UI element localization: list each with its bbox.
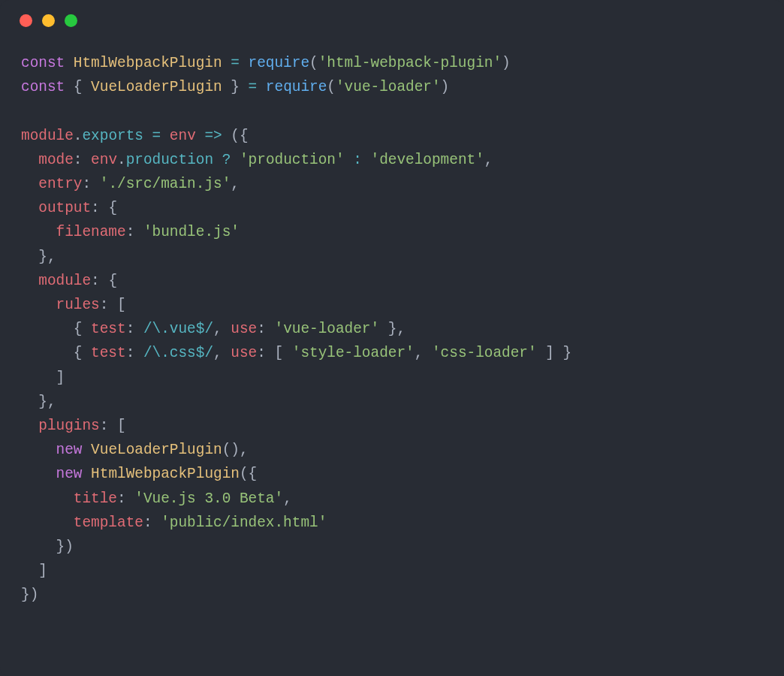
code-token: ): [502, 55, 511, 71]
code-line: { test: /\.vue$/, use: 'vue-loader' },: [21, 321, 406, 337]
code-token: =: [249, 79, 258, 95]
code-token: [21, 515, 74, 531]
code-token: [345, 152, 354, 168]
code-line: }): [21, 539, 74, 555]
code-token: 'html-webpack-plugin': [318, 55, 502, 71]
code-token: : [: [100, 297, 126, 313]
code-token: env: [91, 152, 117, 168]
code-token: : {: [91, 200, 117, 216]
code-token: ] }: [537, 345, 572, 361]
code-token: (: [327, 79, 336, 95]
code-token: :: [126, 224, 143, 240]
code-token: filename: [56, 224, 126, 240]
code-line: new VueLoaderPlugin(),: [21, 442, 249, 458]
code-token: :: [257, 321, 274, 337]
code-token: [21, 224, 56, 240]
code-token: ): [441, 79, 450, 95]
code-token: .: [117, 152, 126, 168]
close-icon[interactable]: [20, 14, 32, 27]
code-token: ,: [213, 321, 231, 337]
code-token: env: [170, 128, 196, 144]
code-token: ,: [231, 176, 240, 192]
code-token: HtmlWebpackPlugin: [91, 466, 240, 482]
code-token: {: [21, 345, 91, 361]
code-token: 'development': [371, 152, 484, 168]
code-line: output: {: [21, 200, 117, 216]
code-token: use: [231, 321, 257, 337]
code-token: :: [353, 152, 362, 168]
code-token: output: [38, 200, 91, 216]
code-token: use: [231, 345, 257, 361]
code-token: ({: [240, 466, 257, 482]
code-line: },: [21, 249, 56, 265]
code-token: : [: [100, 418, 126, 434]
code-token: [231, 152, 240, 168]
code-token: const: [21, 79, 65, 95]
code-token: template: [74, 515, 143, 531]
code-line: mode: env.production ? 'production' : 'd…: [21, 152, 493, 168]
code-token: {: [21, 321, 91, 337]
code-token: 'css-loader': [432, 345, 537, 361]
code-token: 'Vue.js 3.0 Beta': [134, 490, 283, 507]
code-token: ,: [213, 345, 231, 361]
code-line: ]: [21, 563, 47, 579]
code-token: }): [21, 539, 74, 555]
code-token: .: [74, 128, 83, 144]
code-line: template: 'public/index.html': [21, 515, 327, 531]
code-token: /\.vue$/: [143, 321, 213, 337]
code-token: }: [222, 79, 249, 95]
code-token: ?: [222, 152, 231, 168]
code-token: module: [38, 273, 91, 289]
code-token: ,: [415, 345, 432, 361]
code-token: './src/main.js': [100, 176, 231, 192]
code-token: :: [82, 176, 99, 192]
terminal-window: const HtmlWebpackPlugin = require('html-…: [0, 0, 784, 676]
code-token: mode: [38, 152, 74, 168]
code-token: [21, 200, 38, 216]
code-token: VueLoaderPlugin: [91, 79, 222, 95]
code-token: require: [266, 79, 327, 95]
code-line: const HtmlWebpackPlugin = require('html-…: [21, 55, 511, 71]
code-line: ]: [21, 370, 65, 386]
code-line: module.exports = env => ({: [21, 128, 249, 144]
code-token: 'public/index.html': [161, 515, 327, 531]
code-token: const: [21, 55, 65, 71]
code-token: {: [74, 79, 91, 95]
code-token: 'style-loader': [292, 345, 415, 361]
code-token: /\.css$/: [143, 345, 213, 361]
minimize-icon[interactable]: [42, 14, 55, 27]
code-line: module: {: [21, 273, 117, 289]
code-token: ,: [283, 490, 292, 507]
code-token: require: [249, 55, 309, 71]
code-token: [161, 128, 170, 144]
zoom-icon[interactable]: [65, 14, 77, 27]
code-token: :: [74, 152, 91, 168]
code-token: [21, 466, 56, 482]
code-token: test: [91, 321, 126, 337]
code-token: new: [56, 466, 83, 482]
code-token: :: [143, 515, 161, 531]
code-token: [257, 79, 266, 95]
code-line: title: 'Vue.js 3.0 Beta',: [21, 490, 292, 507]
code-token: },: [21, 249, 56, 265]
code-token: 'production': [240, 152, 345, 168]
code-token: [21, 418, 38, 434]
code-token: entry: [38, 176, 82, 192]
code-token: =: [152, 128, 161, 144]
code-token: 'vue-loader': [275, 321, 380, 337]
code-token: [222, 55, 231, 71]
code-token: title: [74, 490, 117, 507]
code-token: HtmlWebpackPlugin: [74, 55, 222, 71]
code-block: const HtmlWebpackPlugin = require('html-…: [0, 41, 784, 608]
titlebar: [0, 0, 784, 41]
code-line: const { VueLoaderPlugin } = require('vue…: [21, 79, 449, 95]
code-token: [21, 490, 74, 507]
code-token: [82, 442, 91, 458]
code-token: },: [21, 394, 56, 410]
code-token: [21, 176, 38, 192]
code-line: entry: './src/main.js',: [21, 176, 240, 192]
code-token: module: [21, 128, 74, 144]
code-token: [65, 55, 74, 71]
code-line: },: [21, 394, 56, 410]
code-token: [240, 55, 249, 71]
